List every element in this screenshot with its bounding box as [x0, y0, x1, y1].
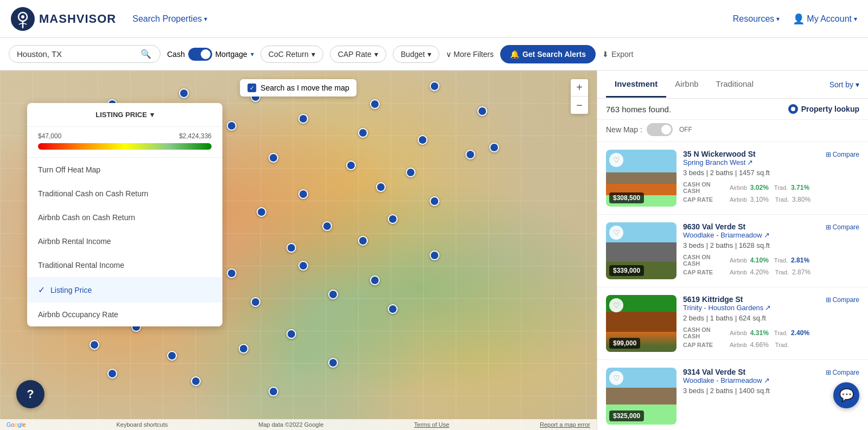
favorite-button[interactable]: ♡: [609, 371, 623, 385]
map-pin[interactable]: [251, 297, 260, 307]
map-pin[interactable]: [388, 304, 398, 314]
cash-on-cash-row: CASH ON CASH Airbnb 4.31% Trad. 2.40%: [683, 326, 819, 339]
compare-button[interactable]: ⊞ Compare: [826, 223, 859, 231]
dropdown-item-listing-price[interactable]: ✓ Listing Price: [27, 277, 222, 303]
cash-on-cash-row: CASH ON CASH Airbnb 3.02% Trad. 3.71%: [683, 181, 819, 194]
map-pin[interactable]: [227, 268, 237, 278]
map-pin[interactable]: [298, 114, 308, 124]
tab-traditional[interactable]: Traditional: [707, 72, 762, 98]
coc-label: CASH ON CASH: [683, 254, 726, 267]
coc-return-filter[interactable]: CoC Return ▾: [260, 46, 323, 63]
property-neighborhood[interactable]: Trinity - Houston Gardens ↗: [683, 304, 819, 312]
compare-button[interactable]: ⊞ Compare: [826, 151, 859, 158]
budget-chevron-icon: ▾: [427, 50, 431, 59]
map-pin[interactable]: [376, 182, 386, 192]
map-pin[interactable]: [406, 168, 416, 177]
property-price-tag: $308,500: [609, 192, 644, 203]
export-button[interactable]: ⬇ Export: [602, 50, 633, 59]
compare-icon: ⊞: [826, 296, 831, 304]
property-neighborhood[interactable]: Spring Branch West ↗: [683, 158, 819, 166]
mortgage-label: Mortgage: [215, 50, 247, 59]
map-pin[interactable]: [167, 351, 177, 361]
zoom-in-button[interactable]: +: [571, 79, 588, 97]
map-area[interactable]: ✓ Search as I move the map + − LISTING P…: [0, 70, 597, 430]
listing-dropdown-header[interactable]: LISTING PRICE ▾: [27, 103, 222, 127]
location-input[interactable]: [17, 49, 136, 59]
report-link[interactable]: Report a map error: [540, 421, 590, 428]
dropdown-item-airbnb-rental[interactable]: Airbnb Rental Income: [27, 229, 222, 253]
cap-rate-filter[interactable]: CAP Rate ▾: [330, 46, 386, 63]
coc-trad-val: 2.40%: [791, 329, 809, 337]
map-pin[interactable]: [346, 161, 356, 170]
new-map-toggle[interactable]: [647, 123, 673, 136]
property-neighborhood[interactable]: Woodlake - Briarmeadow ↗: [683, 376, 819, 384]
map-pin[interactable]: [370, 275, 380, 285]
gradient-bar: [38, 143, 212, 150]
favorite-button[interactable]: ♡: [609, 153, 623, 167]
budget-filter[interactable]: Budget ▾: [393, 46, 439, 63]
dropdown-item-trad-rental[interactable]: Traditional Rental Income: [27, 253, 222, 277]
dropdown-item-trad-coc[interactable]: Traditional Cash on Cash Return: [27, 182, 222, 206]
favorite-button[interactable]: ♡: [609, 298, 623, 312]
map-pin[interactable]: [370, 99, 380, 109]
map-pin[interactable]: [430, 196, 439, 206]
map-pin[interactable]: [227, 121, 237, 131]
map-pin[interactable]: [358, 236, 368, 246]
resources-chevron-icon: ▾: [776, 15, 780, 23]
more-filters-btn[interactable]: ∨ More Filters: [446, 50, 494, 59]
terms-link[interactable]: Terms of Use: [414, 421, 449, 428]
cap-rate-row: CAP RATE Airbnb 3.10% Trad. 3.80%: [683, 196, 819, 203]
property-lookup[interactable]: Property lookup: [788, 104, 859, 114]
property-neighborhood[interactable]: Woodlake - Briarmeadow ↗: [683, 231, 819, 239]
zoom-out-button[interactable]: −: [571, 97, 588, 114]
map-pin[interactable]: [430, 81, 439, 91]
map-pin[interactable]: [489, 143, 499, 152]
map-pin[interactable]: [430, 251, 439, 260]
svg-point-2: [21, 15, 24, 18]
coc-airbnb-val: 4.31%: [750, 329, 769, 337]
map-pin[interactable]: [298, 189, 308, 199]
toggle-knob: [201, 49, 210, 59]
sort-by-button[interactable]: Sort by ▾: [829, 80, 859, 89]
map-pin[interactable]: [358, 128, 368, 138]
account-nav[interactable]: 👤 My Account ▾: [793, 13, 857, 25]
map-pin[interactable]: [239, 344, 248, 354]
search-properties-nav[interactable]: Search Properties ▾: [132, 14, 207, 24]
google-logo: Google: [7, 421, 26, 428]
dropdown-item-airbnb-occupancy[interactable]: Airbnb Occupancy Rate: [27, 303, 222, 326]
bell-icon: 🔔: [510, 50, 519, 59]
property-metrics: CASH ON CASH Airbnb 3.02% Trad. 3.71% CA…: [683, 181, 819, 203]
map-pin[interactable]: [257, 207, 266, 217]
chat-widget[interactable]: 💬: [833, 382, 859, 408]
cap-rate-label: CAP RATE: [683, 342, 726, 348]
cap-rate-airbnb-val: 3.10%: [750, 196, 769, 203]
property-price-tag: $99,000: [609, 338, 640, 349]
search-icon[interactable]: 🔍: [141, 49, 151, 59]
tab-investment[interactable]: Investment: [606, 72, 666, 98]
search-move-checkbox[interactable]: ✓: [247, 84, 256, 92]
new-map-toggle-label: OFF: [679, 126, 692, 133]
property-address: 35 N Wickerwood St: [683, 150, 819, 158]
property-details: 3 beds | 2 baths | 1400 sq.ft: [683, 387, 819, 395]
map-pin[interactable]: [465, 150, 475, 159]
help-button[interactable]: ?: [16, 380, 44, 408]
property-image: ♡ $99,000: [606, 295, 676, 352]
cap-rate-airbnb-val: 4.20%: [750, 268, 769, 276]
property-address: 9314 Val Verde St: [683, 368, 819, 376]
favorite-button[interactable]: ♡: [609, 226, 623, 240]
get-alerts-button[interactable]: 🔔 Get Search Alerts: [500, 45, 596, 63]
dropdown-item-heatmap[interactable]: Turn Off Heat Map: [27, 158, 222, 182]
resources-nav[interactable]: Resources ▾: [733, 14, 780, 24]
map-pin[interactable]: [191, 376, 201, 386]
tab-airbnb[interactable]: Airbnb: [666, 72, 707, 98]
dropdown-item-airbnb-coc[interactable]: Airbnb Cash on Cash Return: [27, 206, 222, 229]
cash-mortgage-toggle[interactable]: [188, 48, 212, 61]
account-chevron-icon: ▾: [854, 15, 857, 23]
property-info: 5619 Kittridge St Trinity - Houston Gard…: [683, 295, 819, 350]
compare-button[interactable]: ⊞ Compare: [826, 369, 859, 376]
location-search[interactable]: 🔍: [9, 45, 161, 63]
new-map-label: New Map :: [606, 125, 642, 134]
property-metrics: CASH ON CASH Airbnb 4.31% Trad. 2.40% CA…: [683, 326, 819, 349]
compare-button[interactable]: ⊞ Compare: [826, 296, 859, 304]
homes-found: 763 homes found.: [606, 105, 671, 114]
